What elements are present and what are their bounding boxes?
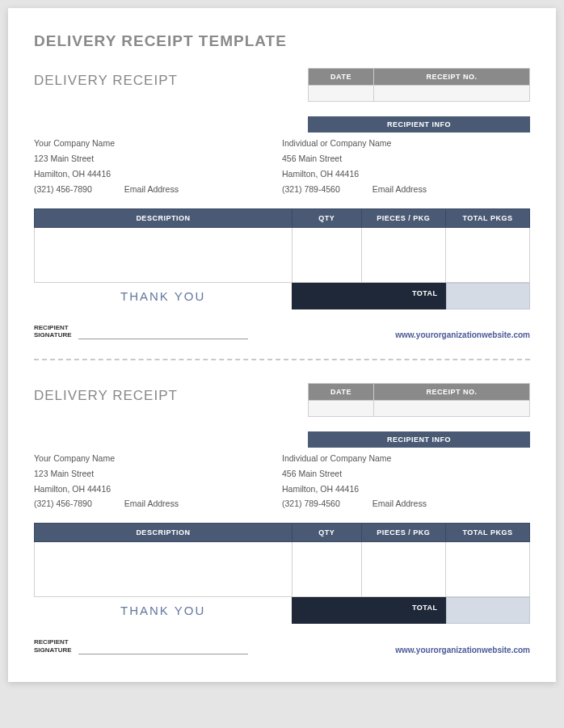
sender-street: 123 Main Street	[34, 466, 282, 482]
col-qty: QTY	[292, 524, 361, 542]
recipient-info-header: RECIPIENT INFO	[308, 431, 530, 448]
date-receipt-table: DATE RECEIPT NO.	[308, 383, 530, 417]
total-value[interactable]	[446, 283, 530, 309]
main-title: DELIVERY RECEIPT TEMPLATE	[34, 32, 530, 50]
receipt-no-header: RECEIPT NO.	[373, 69, 529, 86]
total-label: TOTAL	[292, 283, 445, 309]
total-label: TOTAL	[292, 597, 445, 624]
date-cell[interactable]	[309, 86, 374, 102]
date-header: DATE	[309, 69, 374, 86]
sender-phone: (321) 456-7890	[34, 496, 92, 511]
website-link[interactable]: www.yourorganizationwebsite.com	[395, 330, 530, 339]
receipt-no-header: RECEIPT NO.	[373, 383, 529, 400]
recipient-email: Email Address	[372, 182, 427, 197]
item-row[interactable]	[35, 227, 530, 282]
col-total-pkgs: TOTAL PKGS	[445, 524, 529, 542]
sender-email: Email Address	[124, 182, 179, 197]
receipt-block-2: DELIVERY RECEIPT DATE RECEIPT NO. RECIPI…	[34, 383, 530, 654]
recipient-info: Individual or Company Name 456 Main Stre…	[282, 136, 530, 197]
thank-you: THANK YOU	[34, 597, 292, 624]
signature-label: RECIPIENT SIGNATURE	[34, 324, 72, 339]
sender-street: 123 Main Street	[34, 151, 282, 166]
sender-cityline: Hamilton, OH 44416	[34, 482, 282, 497]
recipient-cityline: Hamilton, OH 44416	[282, 482, 530, 497]
receipt-block-1: DELIVERY RECEIPT DATE RECEIPT NO. RECIPI…	[34, 68, 530, 339]
receipt-title: DELIVERY RECEIPT	[34, 383, 178, 417]
col-description: DESCRIPTION	[35, 524, 293, 542]
recipient-email: Email Address	[372, 496, 427, 511]
date-receipt-table: DATE RECEIPT NO.	[308, 68, 530, 102]
signature-line[interactable]	[78, 328, 248, 339]
recipient-info-header: RECIPIENT INFO	[308, 116, 530, 133]
receipt-no-cell[interactable]	[373, 400, 529, 416]
sender-phone: (321) 456-7890	[34, 182, 92, 197]
col-description: DESCRIPTION	[35, 208, 293, 227]
col-pieces: PIECES / PKG	[361, 524, 445, 542]
sender-name: Your Company Name	[34, 451, 282, 466]
receipt-title: DELIVERY RECEIPT	[34, 68, 178, 102]
recipient-street: 456 Main Street	[282, 151, 530, 166]
document-page: DELIVERY RECEIPT TEMPLATE DELIVERY RECEI…	[8, 8, 556, 682]
sender-cityline: Hamilton, OH 44416	[34, 166, 282, 182]
website-link[interactable]: www.yourorganizationwebsite.com	[395, 646, 530, 654]
recipient-phone: (321) 789-4560	[282, 496, 340, 511]
items-table: DESCRIPTION QTY PIECES / PKG TOTAL PKGS	[34, 208, 530, 283]
recipient-street: 456 Main Street	[282, 466, 530, 482]
total-value[interactable]	[446, 597, 530, 624]
item-row[interactable]	[35, 542, 530, 597]
recipient-name: Individual or Company Name	[282, 451, 530, 466]
date-cell[interactable]	[309, 400, 374, 416]
recipient-phone: (321) 789-4560	[282, 182, 340, 197]
signature-label: RECIPIENT SIGNATURE	[34, 638, 72, 654]
thank-you: THANK YOU	[34, 283, 292, 309]
items-table: DESCRIPTION QTY PIECES / PKG TOTAL PKGS	[34, 523, 530, 597]
sender-info: Your Company Name 123 Main Street Hamilt…	[34, 451, 282, 512]
col-total-pkgs: TOTAL PKGS	[445, 208, 529, 227]
receipt-divider	[34, 359, 530, 360]
col-qty: QTY	[292, 208, 361, 227]
sender-name: Your Company Name	[34, 136, 282, 151]
receipt-no-cell[interactable]	[373, 86, 529, 102]
recipient-cityline: Hamilton, OH 44416	[282, 166, 530, 182]
sender-email: Email Address	[124, 496, 179, 511]
signature-line[interactable]	[78, 643, 248, 654]
recipient-info: Individual or Company Name 456 Main Stre…	[282, 451, 530, 512]
sender-info: Your Company Name 123 Main Street Hamilt…	[34, 136, 282, 197]
date-header: DATE	[309, 383, 374, 400]
col-pieces: PIECES / PKG	[361, 208, 445, 227]
recipient-name: Individual or Company Name	[282, 136, 530, 151]
